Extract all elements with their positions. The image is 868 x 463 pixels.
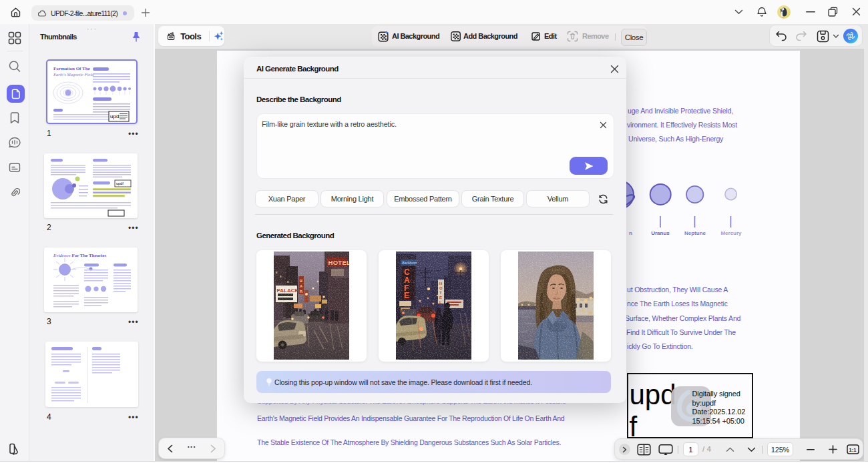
svg-text:1:1: 1:1 [849, 447, 857, 453]
svg-text:Earth's Magnetic Field: Earth's Magnetic Field [53, 72, 94, 77]
svg-text:Evidence For The Theories: Evidence For The Theories [53, 253, 106, 258]
svg-text:Formation Of The: Formation Of The [53, 66, 90, 71]
svg-text:upd: upd [110, 113, 119, 119]
svg-text:updf: updf [116, 181, 124, 185]
